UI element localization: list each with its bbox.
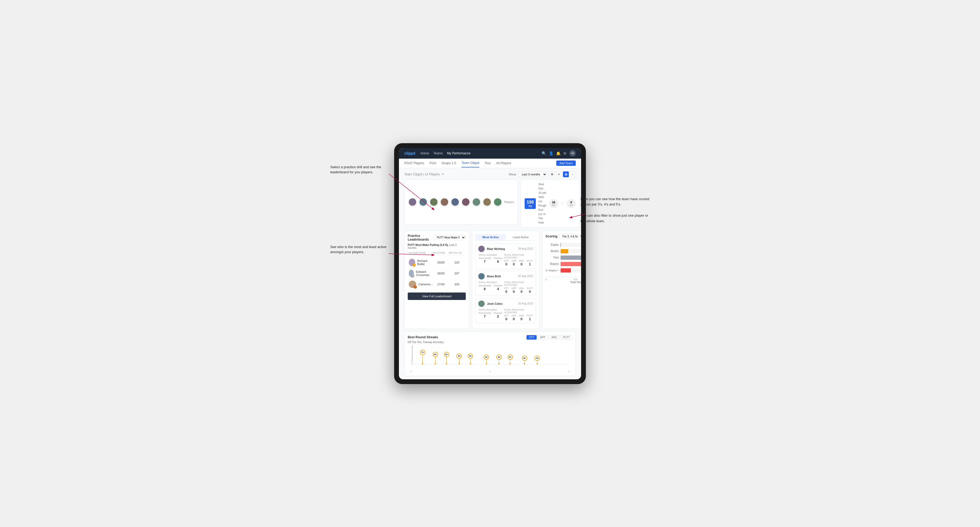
tournament-stat-1: Tournament 7 [478, 257, 491, 264]
subnav-pgat[interactable]: PGAT Players [404, 159, 424, 167]
app-stat-2: APP 0 [511, 287, 516, 294]
streak-point-10: 3x [535, 356, 540, 364]
bar-track-birdies [561, 249, 581, 253]
nav-teams[interactable]: Teams [433, 151, 442, 156]
view-full-leaderboard-button[interactable]: View Full Leaderboard [408, 292, 466, 300]
sort-icon[interactable]: ↕ [570, 171, 576, 177]
show-label: Show [509, 173, 516, 176]
bar-row-bogeys: Bogeys 311 [546, 262, 581, 266]
brand-logo: clippd [404, 151, 415, 156]
shot-details: Shot Dist: 16 yds Start Lie: Rough End L… [538, 182, 546, 225]
x-tick-3: E [568, 370, 570, 373]
streak-bubble-9: 3x [522, 356, 527, 361]
streaks-title: Best Round Streaks [408, 335, 438, 339]
most-active-tab[interactable]: Most Active [476, 234, 506, 240]
drill-select[interactable]: PUTT Must Make Putting [434, 235, 466, 240]
team-controls: Show Last 3 months Last 6 months Last ye… [509, 171, 576, 177]
activity-thumb-3 [478, 300, 485, 307]
bar-fill-bogeys [561, 262, 581, 266]
settings-icon[interactable]: ⚙ [563, 151, 567, 156]
streak-dot-7 [498, 363, 500, 364]
streaks-tab-putt[interactable]: PUTT [561, 335, 572, 340]
streak-point-1: 7x [420, 350, 425, 364]
team-player-count: | 14 Players [423, 173, 440, 176]
streak-stem-6 [486, 360, 487, 363]
streak-bubble-8: 4x [508, 354, 513, 360]
leaderboard-row-2: 2 Edward Crossman 18/20 107 [408, 268, 466, 279]
practice-activities-group-3: Total Practice Activities OTT 0 APP [504, 308, 533, 321]
activity-card-1: Blair McHarg 26 Aug 2023 Total Rounds To… [476, 243, 536, 268]
player-info-1: 1 Richard Butler [409, 259, 433, 266]
bar-track-eagles [561, 243, 581, 247]
subnav-tour[interactable]: Tour [485, 159, 491, 167]
subnav-hcaps[interactable]: Hcaps 1-5 [442, 159, 456, 167]
player-avatar-5[interactable] [451, 198, 460, 206]
subnav-team-clippd[interactable]: Team Clippd [461, 159, 479, 167]
players-label: Players [504, 200, 514, 204]
streaks-tab-app[interactable]: APP [538, 335, 548, 340]
bar-fill-dbogeys [561, 268, 571, 273]
search-icon[interactable]: 🔍 [542, 151, 546, 156]
player-avatar-9[interactable] [493, 198, 502, 206]
streak-point-7: 4x [496, 354, 502, 364]
team-header: Team Clippd | 14 Players ✏ Show Last 3 m… [404, 171, 576, 177]
streaks-tabs: OTT APP ARG PUTT [527, 335, 572, 340]
period-select[interactable]: Last 3 months Last 6 months Last year [518, 171, 547, 177]
activity-stats-2: Total Rounds Tournament 8 Practice [478, 281, 533, 294]
player-thumb-1: 1 [409, 259, 415, 266]
activity-name-3: Josh Coles [487, 302, 516, 305]
nav-home[interactable]: Home [420, 151, 429, 156]
activity-card-header-2: Rees Britt 02 Sep 2023 [478, 273, 533, 279]
scoring-par-filter[interactable]: Par 3, 4 & 5s [560, 234, 581, 239]
player-avatar-7[interactable] [472, 198, 481, 206]
streak-dot-8 [509, 363, 511, 364]
arg-stat-2: ARG 0 [519, 287, 524, 294]
view-icons: ⊞ ≡ ▦ ↕ [549, 171, 576, 177]
activities-stat-row-1: OTT 0 APP 0 ARG [504, 259, 533, 266]
bar-track-dbogeys [561, 268, 581, 273]
bar-fill-pars [561, 256, 581, 260]
score-1: 19/20 [433, 261, 449, 264]
activity-date-1: 26 Aug 2023 [518, 247, 533, 250]
grid-view-icon[interactable]: ⊞ [549, 171, 555, 177]
user-avatar[interactable]: U▾ [570, 150, 576, 157]
streaks-tab-ott[interactable]: OTT [527, 335, 536, 340]
bar-label-pars: Pars [546, 256, 559, 259]
subnav-all-players[interactable]: All Players [496, 159, 511, 167]
total-shots-label: Total Shots [546, 281, 581, 284]
player-avatar-1[interactable] [408, 198, 417, 206]
player-name-2: Edward Crossman [416, 270, 433, 276]
scoring-header: Scoring Par 3, 4 & 5s All Players [546, 234, 581, 239]
nav-my-performance[interactable]: My Performance [447, 151, 471, 156]
player-thumb-3: 3 [409, 281, 416, 288]
list-view-icon[interactable]: ≡ [556, 171, 562, 177]
player-avatar-3[interactable] [430, 198, 438, 206]
app-stat-3: APP 0 [511, 314, 516, 321]
activity-panel: Most Active Least Active Blair McHarg 26… [472, 230, 539, 329]
bell-icon[interactable]: 🔔 [556, 151, 561, 156]
card-view-icon[interactable]: ▦ [563, 171, 569, 177]
subnav-pga[interactable]: PGA [430, 159, 436, 167]
bar-label-bogeys: Bogeys [546, 262, 559, 265]
total-rounds-group-1: Total Rounds Tournament 7 Practice [478, 254, 502, 266]
player-avatar-2[interactable] [419, 198, 428, 206]
streak-bubble-1: 7x [420, 350, 425, 355]
team-title: Team Clippd | 14 Players [404, 173, 440, 176]
add-team-button[interactable]: Add Team [556, 160, 576, 166]
bar-label-birdies: Birdies [546, 250, 559, 252]
score-3: 17/20 [433, 283, 449, 286]
player-avatar-6[interactable] [461, 198, 470, 206]
tablet-screen: clippd Home Teams My Performance 🔍 👤 🔔 ⚙… [399, 148, 581, 379]
people-icon[interactable]: 👤 [549, 151, 554, 156]
least-active-tab[interactable]: Least Active [506, 234, 536, 240]
streak-x-axis: E E E [408, 370, 572, 373]
player-thumb-2: 2 [409, 270, 414, 277]
streaks-tab-arg[interactable]: ARG [549, 335, 560, 340]
player-avatar-4[interactable] [440, 198, 449, 206]
player-avatar-8[interactable] [483, 198, 492, 206]
chart-axis: 0 200 400 [546, 277, 581, 281]
practice-stat-2: Practice 4 [494, 284, 503, 291]
y-axis-label: % Fairway Accuracy [411, 345, 413, 364]
edit-icon[interactable]: ✏ [442, 173, 444, 176]
arg-stat-3: ARG 0 [519, 314, 524, 321]
